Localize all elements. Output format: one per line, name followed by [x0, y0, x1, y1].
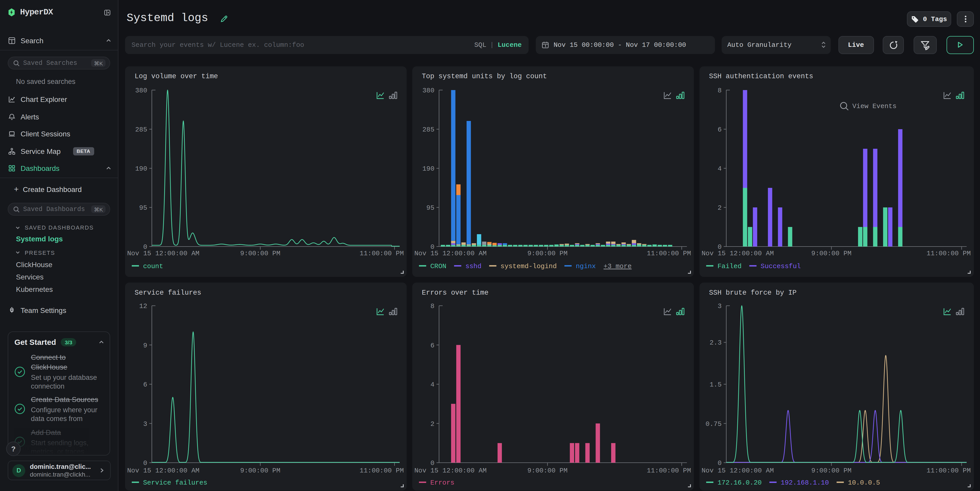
svg-text:285: 285: [422, 126, 434, 133]
svg-text:9:00:00 PM: 9:00:00 PM: [811, 249, 851, 257]
svg-text:9:00:00 PM: 9:00:00 PM: [240, 249, 280, 257]
svg-text:Errors over time: Errors over time: [422, 289, 488, 297]
svg-text:6: 6: [718, 126, 722, 133]
svg-text:2.3: 2.3: [710, 339, 722, 346]
svg-text:6: 6: [430, 342, 434, 350]
svg-text:12: 12: [139, 302, 147, 310]
svg-text:1.5: 1.5: [710, 381, 722, 389]
svg-text:3: 3: [718, 302, 722, 310]
svg-text:95: 95: [139, 204, 147, 212]
svg-text:11:00:00 PM: 11:00:00 PM: [646, 249, 691, 257]
svg-text:190: 190: [135, 165, 147, 173]
svg-text:sshd: sshd: [465, 262, 481, 270]
svg-text:systemd-logind: systemd-logind: [500, 262, 557, 270]
svg-text:Service failures: Service failures: [134, 289, 201, 297]
svg-text:9:00:00 PM: 9:00:00 PM: [527, 467, 567, 475]
svg-text:Nov 15 12:00:00 AM: Nov 15 12:00:00 AM: [127, 249, 199, 257]
svg-text:192.168.1.10: 192.168.1.10: [781, 479, 829, 486]
svg-text:9:00:00 PM: 9:00:00 PM: [811, 467, 851, 475]
svg-text:4: 4: [718, 165, 722, 173]
svg-text:8: 8: [430, 302, 434, 310]
svg-text:8: 8: [718, 87, 722, 94]
svg-text:Nov 15 12:00:00 AM: Nov 15 12:00:00 AM: [127, 467, 199, 475]
svg-text:10.0.0.5: 10.0.0.5: [848, 479, 880, 486]
svg-text:95: 95: [426, 204, 434, 212]
svg-text:+3 more: +3 more: [603, 262, 631, 270]
svg-text:11:00:00 PM: 11:00:00 PM: [359, 249, 404, 257]
svg-text:11:00:00 PM: 11:00:00 PM: [359, 467, 404, 475]
svg-text:11:00:00 PM: 11:00:00 PM: [646, 467, 691, 475]
svg-text:11:00:00 PM: 11:00:00 PM: [926, 249, 971, 257]
svg-text:SSH authentication events: SSH authentication events: [709, 73, 813, 80]
svg-text:Nov 15 12:00:00 AM: Nov 15 12:00:00 AM: [414, 467, 487, 475]
svg-text:Nov 15 12:00:00 AM: Nov 15 12:00:00 AM: [414, 249, 487, 257]
svg-text:0.75: 0.75: [706, 420, 722, 428]
svg-text:6: 6: [143, 381, 147, 389]
svg-text:Top systemd units by log count: Top systemd units by log count: [422, 73, 547, 80]
svg-text:0: 0: [718, 459, 722, 467]
svg-text:2: 2: [430, 420, 434, 428]
svg-text:View Events: View Events: [852, 102, 897, 110]
svg-text:Service failures: Service failures: [143, 479, 207, 486]
svg-text:11:00:00 PM: 11:00:00 PM: [926, 467, 971, 475]
svg-text:172.16.0.20: 172.16.0.20: [718, 479, 762, 486]
svg-text:2: 2: [718, 204, 722, 212]
svg-text:CRON: CRON: [430, 262, 446, 270]
svg-text:285: 285: [135, 126, 147, 133]
svg-text:190: 190: [422, 165, 434, 173]
svg-text:9:00:00 PM: 9:00:00 PM: [240, 467, 280, 475]
svg-text:0: 0: [430, 459, 434, 467]
svg-text:4: 4: [430, 381, 434, 389]
svg-text:9: 9: [143, 342, 147, 350]
svg-text:0: 0: [143, 459, 147, 467]
svg-text:SSH brute force by IP: SSH brute force by IP: [709, 289, 797, 297]
svg-text:Nov 15 12:00:00 AM: Nov 15 12:00:00 AM: [702, 467, 774, 475]
svg-text:3: 3: [143, 420, 147, 428]
svg-text:380: 380: [135, 87, 147, 94]
svg-text:nginx: nginx: [576, 262, 595, 270]
svg-text:Log volume over time: Log volume over time: [134, 73, 218, 80]
svg-text:9:00:00 PM: 9:00:00 PM: [527, 249, 567, 257]
svg-text:Failed: Failed: [718, 262, 742, 270]
svg-text:380: 380: [422, 87, 434, 94]
svg-text:count: count: [143, 262, 163, 270]
svg-text:Successful: Successful: [761, 262, 801, 270]
svg-text:Nov 15 12:00:00 AM: Nov 15 12:00:00 AM: [702, 249, 774, 257]
svg-text:Errors: Errors: [430, 479, 454, 486]
